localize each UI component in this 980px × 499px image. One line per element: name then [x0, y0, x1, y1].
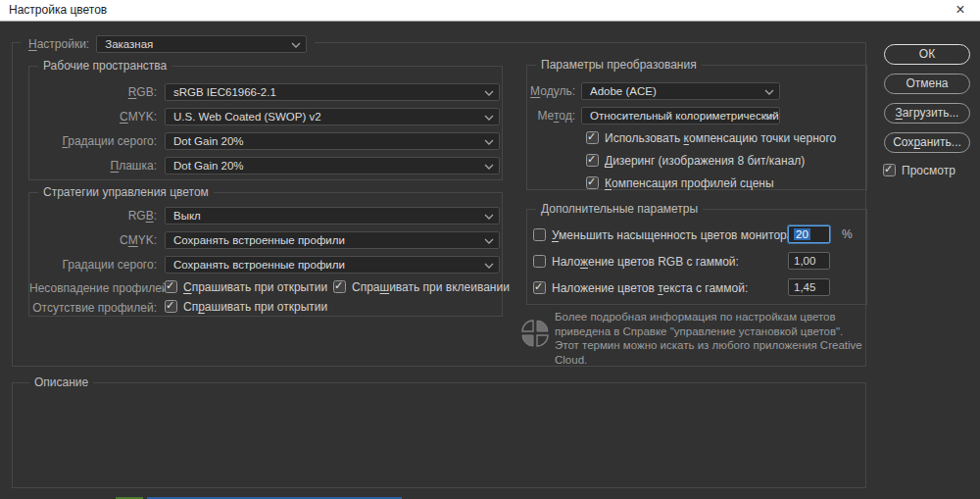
- chevron-down-icon: [484, 238, 494, 244]
- intent-label: Метод:: [527, 108, 575, 125]
- color-settings-dialog: { "window": { "title": "Настройка цветов…: [0, 0, 980, 499]
- help-info-text: Более подробная информация по настройкам…: [555, 310, 870, 367]
- percent-suffix: %: [842, 225, 853, 243]
- preview-checkbox[interactable]: ✓: [883, 164, 896, 176]
- intent-select[interactable]: Относительный колориметрический: [581, 107, 780, 125]
- blend-text-gamma-input[interactable]: 1,45: [788, 278, 830, 296]
- advanced-controls-group: Дополнительные параметры Уменьшить насыщ…: [526, 209, 867, 305]
- main-settings-group: Настройки: Заказная Рабочие пространства…: [12, 42, 866, 367]
- black-point-compensation-checkbox[interactable]: ✓: [586, 131, 599, 144]
- policy-rgb-select[interactable]: Выкл: [165, 207, 500, 225]
- ws-cmyk-label: CMYK:: [29, 109, 157, 125]
- advanced-controls-legend: Дополнительные параметры: [536, 202, 703, 217]
- preview-label[interactable]: Просмотр: [902, 164, 956, 178]
- scene-profile-compensation-label[interactable]: Компенсация профилей сцены: [605, 176, 774, 191]
- chevron-down-icon: [291, 42, 301, 48]
- chevron-down-icon: [484, 115, 494, 121]
- ws-gray-label: Градации серого:: [29, 133, 157, 150]
- blend-rgb-gamma-input[interactable]: 1,00: [788, 252, 830, 270]
- chevron-down-icon: [764, 89, 774, 95]
- desaturate-monitor-label[interactable]: Уменьшить насыщенность цветов монитора н…: [552, 228, 812, 243]
- working-spaces-legend: Рабочие пространства: [38, 59, 172, 74]
- blend-rgb-gamma-label[interactable]: Наложение цветов RGB с гаммой:: [552, 255, 739, 270]
- load-button[interactable]: Загрузить...: [884, 103, 970, 124]
- titlebar: Настройка цветов ×: [0, 0, 980, 22]
- policy-gray-label: Градации серого:: [29, 257, 157, 274]
- description-legend: Описание: [29, 375, 93, 390]
- missing-ask-open-checkbox[interactable]: ✓: [165, 300, 177, 313]
- dialog-title: Настройка цветов: [9, 3, 107, 17]
- desaturate-monitor-checkbox[interactable]: [533, 228, 546, 241]
- color-settings-sync-icon: [519, 318, 551, 349]
- engine-select[interactable]: Adobe (ACE): [581, 82, 780, 100]
- mismatch-ask-open-checkbox[interactable]: ✓: [165, 280, 177, 293]
- policy-rgb-label: RGB:: [29, 208, 157, 225]
- blend-text-gamma-checkbox[interactable]: ✓: [533, 281, 546, 294]
- policy-gray-select[interactable]: Сохранять встроенные профили: [165, 256, 500, 274]
- dither-label[interactable]: Дизеринг (изображения 8 бит/канал): [605, 154, 805, 169]
- settings-preset-label: Настройки:: [28, 37, 89, 51]
- ws-spot-select[interactable]: Dot Gain 20%: [165, 157, 500, 175]
- ws-gray-select[interactable]: Dot Gain 20%: [165, 132, 500, 150]
- dither-checkbox[interactable]: ✓: [586, 154, 599, 167]
- ws-cmyk-select[interactable]: U.S. Web Coated (SWOP) v2: [165, 108, 500, 125]
- conversion-options-legend: Параметры преобразования: [536, 58, 702, 73]
- cancel-button[interactable]: Отмена: [884, 74, 970, 94]
- conversion-options-group: Параметры преобразования Модуль: Adobe (…: [526, 65, 867, 190]
- working-spaces-group: Рабочие пространства RGB: sRGB IEC61966-…: [28, 66, 503, 180]
- ok-button[interactable]: ОК: [884, 44, 970, 65]
- policies-group: Стратегии управления цветом RGB: Выкл CM…: [28, 192, 503, 317]
- profile-mismatch-label: Несовпадение профилей:: [29, 280, 157, 297]
- chevron-down-icon: [484, 263, 494, 269]
- ws-rgb-select[interactable]: sRGB IEC61966-2.1: [165, 83, 500, 101]
- missing-profile-label: Отсутствие профилей:: [29, 300, 157, 317]
- settings-preset-row: Настройки: Заказная: [21, 33, 315, 54]
- blend-rgb-gamma-checkbox[interactable]: [533, 255, 546, 268]
- chevron-down-icon: [484, 214, 494, 220]
- mismatch-ask-open-label[interactable]: Спрашивать при открытии: [183, 280, 327, 295]
- blend-text-gamma-label[interactable]: Наложение цветов текста с гаммой:: [552, 281, 748, 296]
- desaturate-percent-input[interactable]: 20: [788, 225, 830, 243]
- black-point-compensation-label[interactable]: Использовать компенсацию точки черного: [605, 131, 836, 146]
- policy-cmyk-label: CMYK:: [29, 232, 157, 249]
- save-button[interactable]: Сохранить...: [884, 132, 970, 153]
- close-icon[interactable]: ×: [945, 0, 976, 21]
- chevron-down-icon: [484, 90, 494, 96]
- chevron-down-icon: [764, 114, 774, 120]
- settings-preset-select[interactable]: Заказная: [96, 35, 307, 53]
- chevron-down-icon: [484, 139, 494, 145]
- engine-label: Модуль:: [527, 83, 575, 100]
- mismatch-ask-paste-checkbox[interactable]: ✓: [333, 280, 346, 293]
- missing-ask-open-label[interactable]: Спрашивать при открытии: [183, 300, 327, 315]
- mismatch-ask-paste-label[interactable]: Спрашивать при вклеивании: [352, 280, 510, 295]
- policies-legend: Стратегии управления цветом: [38, 185, 214, 200]
- chevron-down-icon: [484, 164, 494, 170]
- ws-rgb-label: RGB:: [29, 84, 157, 101]
- ws-spot-label: Плашка:: [29, 158, 157, 175]
- policy-cmyk-select[interactable]: Сохранять встроенные профили: [165, 231, 500, 249]
- scene-profile-compensation-checkbox[interactable]: ✓: [586, 176, 599, 189]
- description-group: Описание: [12, 382, 866, 488]
